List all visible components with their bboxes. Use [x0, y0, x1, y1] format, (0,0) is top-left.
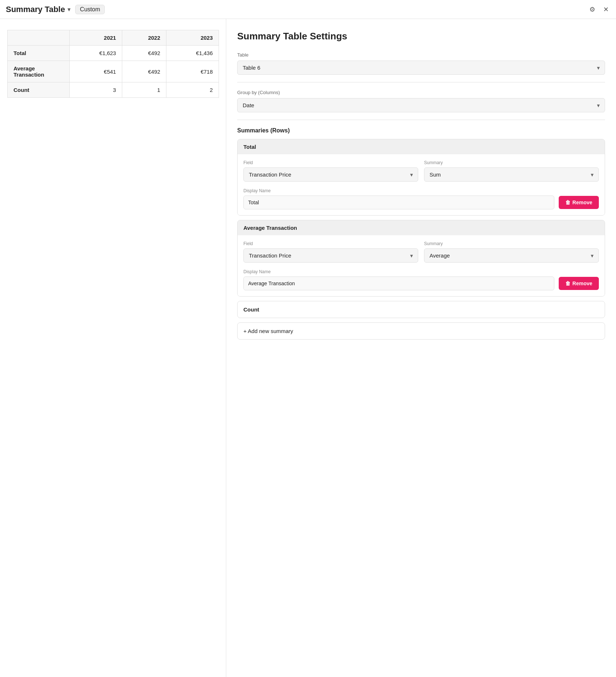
average-summary-select-row: Average ▼ [424, 248, 599, 263]
total-display-name-row: 🗑 Remove [243, 196, 599, 209]
row-count-2022: 1 [122, 82, 166, 98]
average-display-name-row: 🗑 Remove [243, 276, 599, 290]
page-title: Summary Table [6, 5, 65, 14]
table-row: Average Transaction €541 €492 €718 [8, 61, 219, 82]
total-field-label: Field [243, 160, 418, 165]
total-summary-col: Summary Sum ▼ [424, 160, 599, 183]
title-chevron-icon: ▼ [66, 7, 72, 12]
table-row: Count 3 1 2 [8, 82, 219, 98]
table-header-row: 2021 2022 2023 [8, 30, 219, 46]
average-remove-label: Remove [573, 281, 592, 286]
trash-icon: 🗑 [565, 200, 570, 205]
total-display-name-input[interactable] [243, 196, 554, 209]
table-section-label: Table [237, 52, 605, 58]
row-avg-2022: €492 [122, 61, 166, 82]
average-display-name-label: Display Name [243, 269, 599, 274]
total-field-select[interactable]: Transaction Price [243, 167, 418, 182]
summary-card-total-body: Field Transaction Price ▼ Summary Su [238, 154, 605, 215]
close-button[interactable]: ✕ [602, 4, 610, 15]
summaries-label: Summaries (Rows) [237, 127, 605, 134]
table-select-row: Table 6 ▼ [237, 61, 605, 75]
average-field-select[interactable]: Transaction Price [243, 248, 418, 263]
average-field-label: Field [243, 241, 418, 246]
table-row: Total €1,623 €492 €1,436 [8, 46, 219, 61]
trash-icon-avg: 🗑 [565, 281, 570, 286]
left-panel: 2021 2022 2023 Total €1,623 €492 €1,436 … [0, 19, 226, 677]
total-field-select-row: Transaction Price ▼ [243, 167, 418, 182]
row-total-2023: €1,436 [166, 46, 219, 61]
row-avg-2021: €541 [70, 61, 122, 82]
table-header-2023: 2023 [166, 30, 219, 46]
average-remove-button[interactable]: 🗑 Remove [559, 277, 599, 290]
average-field-col: Field Transaction Price ▼ [243, 241, 418, 264]
title-dropdown[interactable]: Summary Table ▼ [6, 5, 72, 14]
settings-title: Summary Table Settings [237, 31, 605, 42]
table-header-2022: 2022 [122, 30, 166, 46]
total-summary-select[interactable]: Sum [424, 167, 599, 182]
average-display-name-input[interactable] [243, 276, 554, 290]
right-panel: Summary Table Settings Table Table 6 ▼ G… [226, 19, 616, 677]
table-header-empty [8, 30, 70, 46]
groupby-select[interactable]: Date [237, 98, 605, 112]
summary-card-average-body: Field Transaction Price ▼ Summary Av [238, 235, 605, 296]
row-count-2023: 2 [166, 82, 219, 98]
row-total-2022: €492 [122, 46, 166, 61]
count-card: Count [237, 301, 605, 318]
close-icon: ✕ [603, 5, 609, 13]
row-label-count: Count [8, 82, 70, 98]
summary-card-total: Total Field Transaction Price ▼ Summary [237, 139, 605, 216]
row-label-total: Total [8, 46, 70, 61]
main-layout: 2021 2022 2023 Total €1,623 €492 €1,436 … [0, 19, 616, 677]
divider-2 [237, 120, 605, 120]
count-label: Count [243, 306, 259, 313]
summary-data-table: 2021 2022 2023 Total €1,623 €492 €1,436 … [7, 30, 219, 98]
total-summary-label: Summary [424, 160, 599, 165]
groupby-section-label: Group by (Columns) [237, 90, 605, 95]
row-label-avg: Average Transaction [8, 61, 70, 82]
add-summary-label: + Add new summary [243, 328, 293, 334]
settings-button[interactable]: ⚙ [588, 4, 597, 15]
total-remove-label: Remove [573, 200, 592, 205]
table-select[interactable]: Table 6 [237, 61, 605, 75]
top-bar-right: ⚙ ✕ [588, 4, 610, 15]
table-header-2021: 2021 [70, 30, 122, 46]
gear-icon: ⚙ [589, 5, 595, 13]
summary-card-total-header: Total [238, 139, 605, 154]
total-summary-select-row: Sum ▼ [424, 167, 599, 182]
average-field-summary-row: Field Transaction Price ▼ Summary Av [243, 241, 599, 264]
average-field-select-row: Transaction Price ▼ [243, 248, 418, 263]
custom-badge: Custom [75, 5, 105, 14]
total-field-summary-row: Field Transaction Price ▼ Summary Su [243, 160, 599, 183]
summary-card-average: Average Transaction Field Transaction Pr… [237, 220, 605, 297]
row-count-2021: 3 [70, 82, 122, 98]
total-remove-button[interactable]: 🗑 Remove [559, 196, 599, 209]
row-total-2021: €1,623 [70, 46, 122, 61]
top-bar-left: Summary Table ▼ Custom [6, 5, 105, 14]
row-avg-2023: €718 [166, 61, 219, 82]
average-summary-select[interactable]: Average [424, 248, 599, 263]
summary-card-average-header: Average Transaction [238, 220, 605, 235]
add-summary-button[interactable]: + Add new summary [237, 322, 605, 340]
total-display-name-label: Display Name [243, 188, 599, 193]
top-bar: Summary Table ▼ Custom ⚙ ✕ [0, 0, 616, 19]
average-summary-label: Summary [424, 241, 599, 246]
groupby-select-row: Date ▼ [237, 98, 605, 112]
total-field-col: Field Transaction Price ▼ [243, 160, 418, 183]
divider-1 [237, 82, 605, 82]
average-summary-col: Summary Average ▼ [424, 241, 599, 264]
